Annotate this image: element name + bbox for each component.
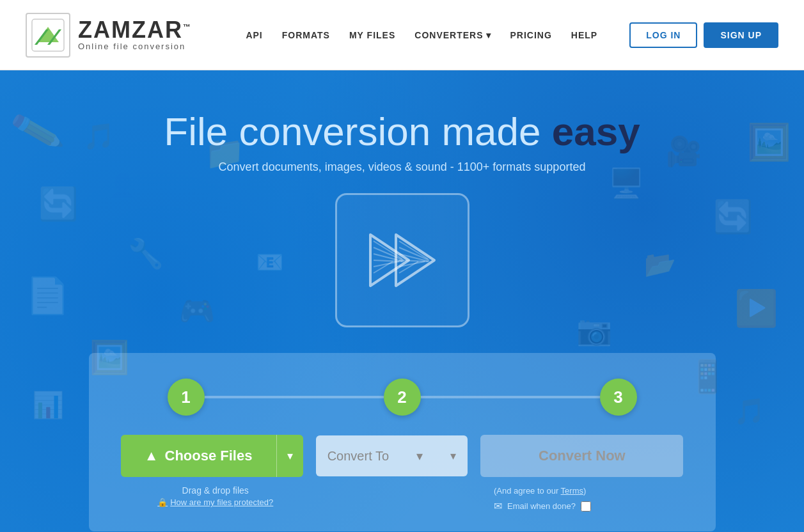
dropdown-arrow-icon: ▾ [287,450,293,462]
convert-now-button[interactable]: Convert Now [480,435,683,477]
logo[interactable]: ZAMZAR™ Online file conversion [26,13,192,58]
drag-drop-text: Drag & drop files [182,485,249,496]
step-1-circle: 1 [168,379,205,416]
login-button[interactable]: LOG IN [629,22,697,48]
header: ZAMZAR™ Online file conversion API FORMA… [0,0,804,70]
play-arrows-graphic [358,222,447,299]
below-actions: Drag & drop files 🔒 How are my files pro… [121,485,684,512]
below-choose-files: Drag & drop files 🔒 How are my files pro… [121,485,310,512]
step-2-circle: 2 [384,379,421,416]
step-3-circle: 3 [600,379,637,416]
converters-dropdown-icon: ▾ [486,30,491,40]
step-line-1 [205,396,384,398]
hero-section: ✏️ 🔄 🎵 📄 🔧 📁 🎮 📧 🖼️ 📊 🖼️ 🔄 🎥 ▶️ 📂 📷 📱 🎵 … [0,70,804,532]
signup-button[interactable]: SIGN UP [704,22,778,48]
below-convert-now: (And agree to our Terms) ✉ Email when do… [494,485,683,512]
choose-files-button[interactable]: ▲ Choose Files [121,435,277,477]
security-link[interactable]: 🔒 How are my files protected? [157,497,273,507]
email-row: ✉ Email when done? [494,500,683,512]
auth-buttons: LOG IN SIGN UP [629,22,778,48]
convert-to-select[interactable]: Convert To ▾ [316,435,468,476]
nav-help[interactable]: HELP [571,30,597,40]
nav-my-files[interactable]: MY FILES [349,30,395,40]
email-label: Email when done? [507,501,576,511]
main-nav: API FORMATS MY FILES CONVERTERS ▾ PRICIN… [246,22,778,48]
nav-pricing[interactable]: PRICING [510,30,552,40]
step-line-2 [421,396,600,398]
email-checkbox[interactable] [581,501,591,512]
actions-row: ▲ Choose Files ▾ Convert To ▾ Convert No… [121,435,684,477]
lock-icon: 🔒 [157,497,168,507]
hero-graphic [335,193,469,327]
logo-name: ZAMZAR™ [78,19,192,42]
agree-text: (And agree to our Terms) [494,486,586,496]
logo-svg [31,18,65,52]
choose-files-dropdown-button[interactable]: ▾ [277,435,303,477]
upload-icon: ▲ [145,448,159,464]
nav-formats[interactable]: FORMATS [282,30,330,40]
convert-to-group: Convert To ▾ [316,435,468,476]
terms-link[interactable]: Terms [561,486,583,496]
logo-icon [26,13,70,58]
hero-subtitle: Convert documents, images, videos & soun… [219,160,586,174]
logo-text: ZAMZAR™ Online file conversion [78,19,192,51]
nav-converters[interactable]: CONVERTERS ▾ [414,30,491,40]
logo-tagline: Online file conversion [78,42,192,51]
nav-api[interactable]: API [246,30,262,40]
svg-line-6 [374,241,402,259]
conversion-panel: 1 2 3 ▲ Choose Files ▾ Convert To [89,353,716,531]
choose-files-group: ▲ Choose Files ▾ [121,435,303,477]
hero-title: File conversion made easy [164,109,640,154]
email-icon: ✉ [494,500,502,512]
below-convert-to [323,485,481,512]
hero-graphic-box [335,193,469,327]
convert-to-arrow-icon: ▾ [416,448,423,464]
steps-row: 1 2 3 [121,379,684,416]
